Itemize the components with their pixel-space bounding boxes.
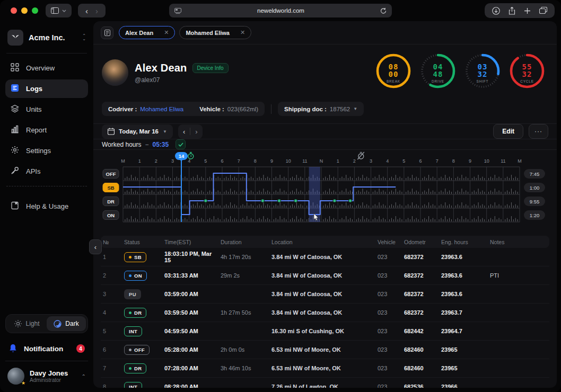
table-header: №StatusTime(EST)DurationLocationVehicleO… [101, 236, 549, 248]
sidebar-item-settings[interactable]: Settings [5, 141, 88, 160]
svg-text:1: 1 [138, 158, 141, 164]
svg-text:10: 10 [286, 158, 291, 164]
address-bar[interactable]: neweldworld.com [169, 4, 392, 17]
shipping-doc-select[interactable]: Shipping doc : 187562 ▼ [278, 102, 364, 116]
events-table: №StatusTime(EST)DurationLocationVehicleO… [101, 236, 549, 388]
status-badge: OFF [122, 345, 162, 355]
grid-icon [11, 63, 19, 73]
edit-button[interactable]: Edit [493, 124, 523, 139]
row-label-on: ON [103, 211, 119, 220]
table-row[interactable]: 5 INT 04:59:50 AM 16.30 mi S of Cushing,… [101, 322, 549, 341]
svg-text:00: 00 [389, 70, 399, 78]
table-row[interactable]: 6 OFF 05:28:00 AM 2h 0m 0s 6.53 mi NW of… [101, 341, 549, 359]
new-tab-icon[interactable] [524, 7, 531, 14]
hos-gauge-break: 08 00 BREAK [372, 50, 415, 95]
notification-label: Notification [24, 345, 70, 353]
driver-avatar [102, 59, 128, 86]
logs-list-button[interactable] [101, 26, 113, 39]
sidebar-item-apis[interactable]: APIs [5, 162, 88, 181]
svg-text:BREAK: BREAK [387, 79, 400, 83]
sidebar-item-logs[interactable]: Logs [5, 79, 88, 98]
driver-tab-0[interactable]: Alex Dean✕ [119, 26, 175, 39]
hos-gauge-cycle: 55 32 CYCLE [506, 50, 548, 95]
browser-sidebar-toggle[interactable] [46, 4, 72, 17]
date-picker[interactable]: Today, Mar 16 ▼ [102, 124, 173, 139]
downloads-icon[interactable] [492, 7, 500, 15]
reload-icon[interactable] [380, 7, 387, 14]
vehicle-value: 023(662ml) [227, 106, 258, 112]
hos-gauges: 08 00 BREAK 04 48 DRIVE 03 32 SHIFT 55 3… [372, 50, 548, 95]
api-icon [11, 166, 19, 176]
codriver-link[interactable]: Mohamed Eliwa [140, 106, 183, 112]
next-day-button[interactable]: › [190, 128, 202, 136]
table-row[interactable]: 2 ON 03:31:33 AM 29m 2s 3.84 mi W of Cat… [101, 266, 549, 285]
driver-tab-1[interactable]: Mohamed Eliwa✕ [179, 26, 251, 39]
close-icon[interactable]: ✕ [164, 29, 169, 36]
close-window-button[interactable] [11, 7, 17, 14]
table-row[interactable]: 4 DR 03:59:50 AM 1h 27m 50s 3.84 mi W of… [101, 304, 549, 322]
sidebar-item-units[interactable]: Units [5, 100, 88, 119]
svg-text:6: 6 [221, 158, 223, 164]
browser-chrome: ‹ › neweldworld.com [0, 0, 561, 21]
column-header: Vehicle [375, 239, 402, 245]
chevron-down-icon [62, 10, 66, 12]
row-label-off: OFF [103, 170, 119, 179]
status-badge: DR [122, 363, 162, 373]
sidebar-item-overview[interactable]: Overview [5, 59, 88, 77]
svg-text:4: 4 [386, 158, 389, 164]
shipping-doc-label: Shipping doc : [284, 106, 327, 112]
svg-text:5: 5 [204, 158, 207, 164]
sidebar-item-report[interactable]: Report [5, 121, 88, 139]
logs-icon [11, 84, 19, 94]
forward-button[interactable]: › [93, 6, 100, 15]
browser-nav-buttons: ‹ › [78, 4, 106, 17]
user-avatar: ★ [7, 368, 24, 385]
table-row[interactable]: 8 INT 08:28:00 AM 7.26 mi N of Lawton, O… [101, 378, 549, 388]
sidebar-nav: Overview Logs Units Report Settings APIs [5, 59, 88, 181]
divider [6, 53, 87, 54]
svg-text:N: N [320, 158, 323, 164]
svg-text:7: 7 [238, 158, 240, 164]
company-switcher[interactable]: Acme Inc. ⌃⌄ [5, 24, 88, 53]
svg-text:3: 3 [370, 158, 372, 164]
table-body: 1 SB 18:03:10 PM, Mar 15 4h 17m 20s 3.84… [101, 248, 549, 388]
theme-toggle: Light Dark [5, 314, 88, 333]
table-row[interactable]: 1 SB 18:03:10 PM, Mar 15 4h 17m 20s 3.84… [101, 248, 549, 266]
share-icon[interactable] [509, 7, 515, 15]
theme-light-option[interactable]: Light [7, 316, 47, 331]
column-header: Notes [488, 239, 549, 245]
browser-actions [485, 3, 555, 18]
table-row[interactable]: 3 PU 03:59:00 AM 3.84 mi W of Catoosa, O… [101, 285, 549, 304]
codriver-vehicle-pill: Codriver : Mohamed Eliwa Vehicle : 023(6… [102, 102, 265, 116]
device-info-badge[interactable]: Device Info [192, 63, 229, 73]
driver-handle: @alex07 [135, 76, 229, 84]
previous-day-button[interactable]: ‹ [178, 128, 190, 136]
user-menu[interactable]: ★ Davy Jones Administrator ⌃ [5, 361, 88, 387]
codriver-label: Codriver : [108, 106, 137, 112]
browser-window: ‹ › neweldworld.com Acme Inc. ⌃⌄ [0, 0, 561, 392]
close-icon[interactable]: ✕ [240, 29, 245, 36]
svg-text:6: 6 [419, 158, 422, 164]
notification-item[interactable]: Notification 4 [5, 340, 88, 361]
row-total-off: 7:45 [524, 169, 545, 179]
theme-dark-option[interactable]: Dark [47, 316, 86, 331]
back-button[interactable]: ‹ [83, 6, 90, 15]
document-icon [104, 30, 110, 36]
minimize-window-button[interactable] [21, 7, 28, 14]
svg-text:7:45: 7:45 [530, 171, 540, 177]
column-header: Duration [218, 239, 269, 245]
svg-text:7: 7 [436, 158, 439, 164]
vehicle-label: Vehicle : [199, 106, 224, 112]
book-icon [11, 201, 19, 211]
more-options-button[interactable]: ··· [529, 124, 548, 139]
date-nav: ‹ › [178, 124, 203, 139]
eld-log-chart[interactable]: M1234567891011N1234567891011M14OFF7:45SB… [93, 150, 557, 233]
calendar-icon [108, 128, 115, 135]
tab-overview-icon[interactable] [539, 7, 547, 14]
status-badge: INT [122, 326, 162, 336]
status-badge: SB [122, 252, 162, 262]
zoom-window-button[interactable] [32, 7, 38, 14]
sidebar-collapse-button[interactable]: ‹ [89, 239, 102, 254]
sidebar-item-help-usage[interactable]: Help & Usage [5, 197, 88, 216]
table-row[interactable]: 7 DR 07:28:00 AM 3h 46m 10s 6.53 mi NW o… [101, 359, 549, 378]
